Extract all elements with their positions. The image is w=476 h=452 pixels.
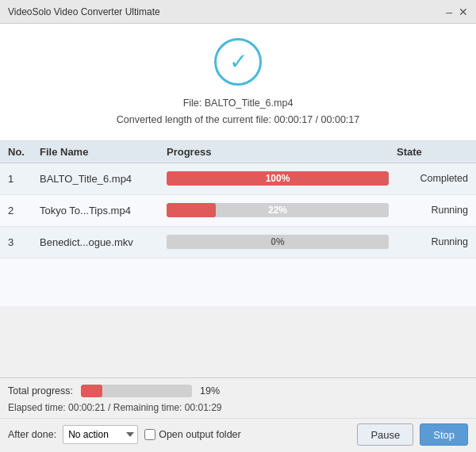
action-buttons: Pause Stop bbox=[357, 423, 468, 446]
progress-bar-container: 100% bbox=[167, 171, 389, 186]
close-button[interactable]: ✕ bbox=[459, 6, 468, 17]
file-info: File: BALTO_Title_6.mp4 Converted length… bbox=[117, 95, 359, 129]
row-progress-cell: 0% bbox=[167, 235, 397, 249]
progress-bar-container: 0% bbox=[167, 235, 389, 249]
total-progress-bar-fill bbox=[81, 385, 102, 397]
row-no: 3 bbox=[8, 236, 40, 248]
row-state: Running bbox=[397, 205, 468, 216]
row-state: Running bbox=[397, 236, 468, 247]
action-left: After done: No action Exit program Shut … bbox=[8, 425, 241, 444]
col-header-no: No. bbox=[8, 146, 40, 158]
row-progress-cell: 100% bbox=[167, 171, 397, 186]
total-progress-row: Total progress: 19% bbox=[0, 378, 476, 400]
row-filename: Benedict...ogue.mkv bbox=[40, 236, 167, 248]
after-done-select[interactable]: No action Exit program Shut down Hiberna… bbox=[63, 425, 138, 444]
converted-length: Converted length of the current file: 00… bbox=[117, 112, 359, 128]
row-progress-cell: 22% bbox=[167, 203, 397, 217]
checkmark-icon: ✓ bbox=[229, 51, 248, 73]
check-circle: ✓ bbox=[214, 38, 262, 86]
row-state: Completed bbox=[397, 173, 468, 184]
progress-bar-container: 22% bbox=[167, 203, 389, 217]
progress-label: 100% bbox=[266, 173, 290, 184]
table-row: 3 Benedict...ogue.mkv 0% Running bbox=[0, 227, 476, 259]
window-controls: – ✕ bbox=[446, 6, 468, 17]
elapsed-time: Elapsed time: 00:00:21 / Remaining time:… bbox=[8, 402, 222, 413]
open-folder-container: Open output folder bbox=[144, 429, 241, 440]
action-row: After done: No action Exit program Shut … bbox=[0, 418, 476, 452]
total-percent: 19% bbox=[200, 385, 220, 396]
row-no: 2 bbox=[8, 205, 40, 216]
col-header-progress: Progress bbox=[167, 146, 397, 158]
row-filename: BALTO_Title_6.mp4 bbox=[40, 173, 167, 185]
spacer bbox=[0, 259, 476, 306]
app-title: VideoSolo Video Converter Ultimate bbox=[8, 6, 160, 17]
title-bar: VideoSolo Video Converter Ultimate – ✕ bbox=[0, 0, 476, 24]
current-file-name: File: BALTO_Title_6.mp4 bbox=[117, 95, 359, 112]
open-folder-label: Open output folder bbox=[159, 429, 241, 440]
total-progress-label: Total progress: bbox=[8, 385, 73, 396]
stop-button[interactable]: Stop bbox=[420, 423, 468, 446]
table-body: 1 BALTO_Title_6.mp4 100% Completed 2 Tok… bbox=[0, 163, 476, 259]
table-row: 2 Tokyo To...Tips.mp4 22% Running bbox=[0, 195, 476, 227]
open-folder-checkbox[interactable] bbox=[144, 429, 155, 440]
progress-label: 0% bbox=[271, 236, 284, 247]
table-header: No. File Name Progress State bbox=[0, 141, 476, 163]
bottom-section: Total progress: 19% Elapsed time: 00:00:… bbox=[0, 377, 476, 452]
progress-bar-fill bbox=[167, 203, 216, 217]
minimize-button[interactable]: – bbox=[446, 6, 452, 17]
col-header-filename: File Name bbox=[40, 146, 167, 158]
row-filename: Tokyo To...Tips.mp4 bbox=[40, 205, 167, 216]
progress-label: 22% bbox=[268, 205, 287, 216]
top-section: ✓ File: BALTO_Title_6.mp4 Converted leng… bbox=[0, 24, 476, 141]
row-no: 1 bbox=[8, 173, 40, 185]
elapsed-row: Elapsed time: 00:00:21 / Remaining time:… bbox=[0, 400, 476, 418]
pause-button[interactable]: Pause bbox=[357, 423, 413, 446]
total-progress-bar-container bbox=[81, 385, 192, 397]
after-done-label: After done: bbox=[8, 429, 56, 440]
col-header-state: State bbox=[397, 146, 468, 158]
table-row: 1 BALTO_Title_6.mp4 100% Completed bbox=[0, 163, 476, 195]
